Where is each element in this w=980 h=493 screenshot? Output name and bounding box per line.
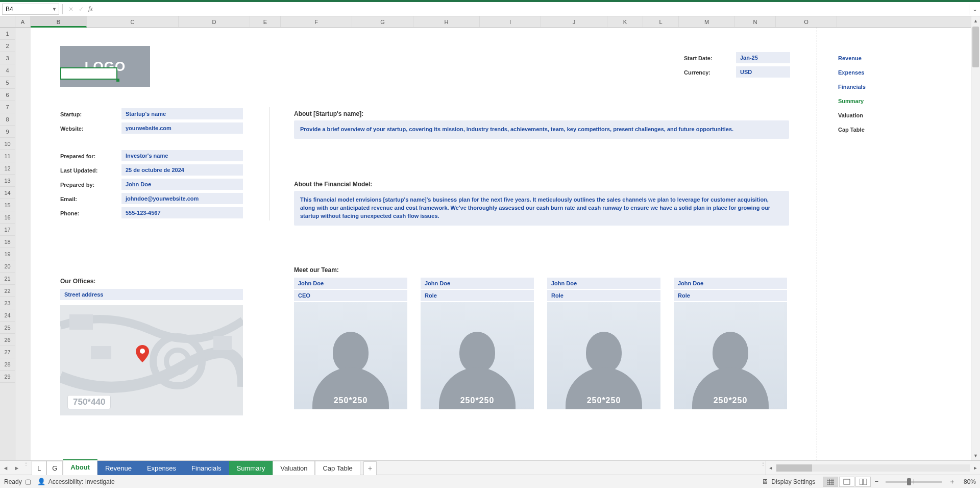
zoom-slider[interactable]: [886, 481, 942, 483]
sheet-tab-expenses[interactable]: Expenses: [139, 461, 184, 475]
row-header-6[interactable]: 6: [0, 89, 15, 101]
name-box[interactable]: B4 ▼: [2, 4, 59, 15]
row-header-20[interactable]: 20: [0, 260, 15, 273]
sheet-tab-L[interactable]: L: [32, 461, 46, 475]
add-sheet-button[interactable]: ＋: [363, 461, 377, 475]
row-header-21[interactable]: 21: [0, 273, 15, 285]
status-accessibility[interactable]: Accessibility: Investigate: [48, 478, 115, 485]
active-cell-b4[interactable]: [60, 67, 117, 80]
row-header-14[interactable]: 14: [0, 187, 15, 199]
vertical-scrollbar[interactable]: ▲ ▼: [971, 16, 980, 460]
column-header-G[interactable]: G: [352, 16, 413, 27]
column-header-F[interactable]: F: [281, 16, 352, 27]
row-header-4[interactable]: 4: [0, 64, 15, 77]
view-page-layout-button[interactable]: [839, 477, 854, 487]
row-header-29[interactable]: 29: [0, 371, 15, 383]
row-header-18[interactable]: 18: [0, 236, 15, 248]
column-header-N[interactable]: N: [735, 16, 776, 27]
value-phone[interactable]: 555-123-4567: [121, 207, 243, 218]
text-about-startup[interactable]: Provide a brief overview of your startup…: [294, 120, 789, 139]
tab-nav-prev-icon[interactable]: ►: [11, 461, 22, 475]
row-header-27[interactable]: 27: [0, 346, 15, 358]
display-settings-icon[interactable]: 🖥: [762, 478, 768, 485]
column-header-A[interactable]: A: [15, 16, 31, 27]
team-name[interactable]: John Doe: [421, 278, 534, 289]
row-header-9[interactable]: 9: [0, 126, 15, 138]
tab-nav-first-icon[interactable]: ◄: [0, 461, 11, 475]
row-header-24[interactable]: 24: [0, 309, 15, 322]
view-normal-button[interactable]: [823, 477, 838, 487]
hscroll-thumb[interactable]: [776, 464, 812, 472]
team-name[interactable]: John Doe: [294, 278, 407, 289]
nav-link-expenses[interactable]: Expenses: [838, 69, 864, 76]
column-header-L[interactable]: L: [643, 16, 679, 27]
column-header-I[interactable]: I: [480, 16, 541, 27]
column-header-O[interactable]: O: [776, 16, 837, 27]
formula-input[interactable]: [93, 4, 969, 15]
fill-handle[interactable]: [116, 79, 119, 82]
sheet-tab-revenue[interactable]: Revenue: [97, 461, 139, 475]
sheet-tab-summary[interactable]: Summary: [229, 461, 273, 475]
macro-record-icon[interactable]: ▢: [25, 478, 31, 485]
value-prepared-for[interactable]: Investor's name: [121, 150, 243, 161]
column-header-E[interactable]: E: [250, 16, 281, 27]
row-header-19[interactable]: 19: [0, 248, 15, 260]
column-header-J[interactable]: J: [541, 16, 607, 27]
column-header-H[interactable]: H: [413, 16, 480, 27]
row-header-22[interactable]: 22: [0, 285, 15, 297]
select-all-cell[interactable]: [0, 16, 15, 28]
column-header-C[interactable]: C: [87, 16, 179, 27]
row-header-25[interactable]: 25: [0, 322, 15, 334]
zoom-slider-knob[interactable]: [907, 478, 911, 485]
sheet-tab-about[interactable]: About: [63, 459, 97, 475]
zoom-out-button[interactable]: −: [874, 478, 878, 485]
worksheet-grid[interactable]: 1234567891011121314151617181920212223242…: [0, 16, 980, 460]
row-header-11[interactable]: 11: [0, 150, 15, 162]
column-header-D[interactable]: D: [179, 16, 250, 27]
value-prepared-by[interactable]: John Doe: [121, 179, 243, 190]
zoom-in-button[interactable]: ＋: [949, 477, 955, 486]
team-name[interactable]: John Doe: [674, 278, 787, 289]
team-role[interactable]: CEO: [294, 290, 407, 301]
horizontal-scrollbar[interactable]: ◄ ►: [766, 461, 980, 475]
nav-link-summary[interactable]: Summary: [838, 98, 864, 104]
view-page-break-button[interactable]: [855, 477, 871, 487]
row-header-3[interactable]: 3: [0, 52, 15, 64]
sheet-tab-G[interactable]: G: [46, 461, 63, 475]
value-currency[interactable]: USD: [736, 66, 790, 78]
row-header-28[interactable]: 28: [0, 358, 15, 371]
row-header-13[interactable]: 13: [0, 175, 15, 187]
scroll-down-icon[interactable]: ▼: [971, 451, 980, 460]
sheet-tab-cap-table[interactable]: Cap Table: [315, 461, 360, 475]
text-about-model[interactable]: This financial model envisions [startup'…: [294, 191, 789, 226]
name-box-dropdown-icon[interactable]: ▼: [52, 7, 57, 12]
team-role[interactable]: Role: [674, 290, 787, 301]
hscroll-right-icon[interactable]: ►: [971, 465, 980, 471]
row-header-2[interactable]: 2: [0, 40, 15, 52]
row-header-8[interactable]: 8: [0, 113, 15, 126]
value-last-updated[interactable]: 25 de octubre de 2024: [121, 164, 243, 176]
sheet-canvas[interactable]: LOGO Startup: Startup's name Website: yo…: [31, 28, 980, 460]
row-header-7[interactable]: 7: [0, 101, 15, 113]
row-header-17[interactable]: 17: [0, 224, 15, 236]
expand-formula-bar-icon[interactable]: ⌄: [969, 4, 980, 15]
value-website[interactable]: yourwebsite.com: [121, 122, 243, 134]
value-office-address[interactable]: Street address: [60, 289, 243, 300]
value-startup[interactable]: Startup's name: [121, 108, 243, 119]
nav-link-financials[interactable]: Financials: [838, 84, 866, 90]
fx-icon[interactable]: fx: [88, 5, 93, 13]
row-header-26[interactable]: 26: [0, 334, 15, 346]
hscroll-drag-handle-icon[interactable]: ⋮: [760, 461, 766, 475]
hscroll-track[interactable]: [776, 464, 970, 472]
value-email[interactable]: johndoe@yourwebsite.com: [121, 193, 243, 204]
row-header-12[interactable]: 12: [0, 162, 15, 175]
team-role[interactable]: Role: [421, 290, 534, 301]
value-start-date[interactable]: Jan-25: [736, 52, 790, 63]
row-header-23[interactable]: 23: [0, 297, 15, 309]
sheet-tab-financials[interactable]: Financials: [184, 461, 229, 475]
row-header-16[interactable]: 16: [0, 211, 15, 224]
column-header-M[interactable]: M: [679, 16, 735, 27]
hscroll-left-icon[interactable]: ◄: [766, 465, 775, 471]
accessibility-icon[interactable]: 👤: [37, 478, 45, 485]
row-header-1[interactable]: 1: [0, 28, 15, 40]
